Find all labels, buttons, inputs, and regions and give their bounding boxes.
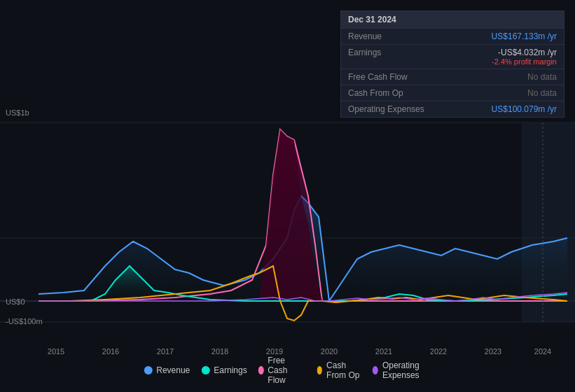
x-label-2020: 2020 <box>321 347 338 356</box>
legend-label-earnings: Earnings <box>214 365 247 375</box>
y-label-neg100m: -US$100m <box>6 317 43 326</box>
legend-label-revenue: Revenue <box>156 365 190 375</box>
tooltip-label-fcf: Free Cash Flow <box>348 72 425 82</box>
legend-label-fcf: Free Cash Flow <box>268 356 305 385</box>
tooltip-profit-margin: -2.4% profit margin <box>425 57 557 66</box>
tooltip-value-revenue: US$167.133m /yr <box>425 31 557 41</box>
x-label-2023: 2023 <box>485 347 501 356</box>
y-label-0: US$0 <box>6 298 25 306</box>
x-label-2024: 2024 <box>534 347 551 356</box>
chart-legend: Revenue Earnings Free Cash Flow Cash Fro… <box>144 356 431 385</box>
tooltip-value-cfo: No data <box>425 88 557 98</box>
x-label-2019: 2019 <box>266 347 283 356</box>
x-label-2015: 2015 <box>48 347 64 356</box>
tooltip-box: Dec 31 2024 Revenue US$167.133m /yr Earn… <box>340 10 564 118</box>
tooltip-label-revenue: Revenue <box>348 31 425 41</box>
tooltip-earnings-main: -US$4.032m /yr <box>498 48 557 57</box>
legend-revenue: Revenue <box>144 365 190 375</box>
tooltip-date: Dec 31 2024 <box>341 11 564 28</box>
legend-opex: Operating Expenses <box>373 360 431 380</box>
tooltip-value-earnings: -US$4.032m /yr -2.4% profit margin <box>425 48 557 66</box>
tooltip-row-opex: Operating Expenses US$100.079m /yr <box>341 101 564 117</box>
tooltip-row-fcf: Free Cash Flow No data <box>341 69 564 85</box>
legend-dot-cfo <box>317 366 322 374</box>
tooltip-label-cfo: Cash From Op <box>348 88 425 98</box>
tooltip-value-fcf: No data <box>425 72 557 82</box>
chart-container: US$1b US$0 -US$100m 2015 2016 2017 2018 … <box>0 0 575 392</box>
legend-dot-earnings <box>201 366 209 374</box>
legend-label-cfo: Cash From Op <box>326 360 361 380</box>
legend-earnings: Earnings <box>201 365 247 375</box>
x-label-2022: 2022 <box>430 347 447 356</box>
tooltip-row-cfo: Cash From Op No data <box>341 85 564 101</box>
x-label-2016: 2016 <box>102 347 119 356</box>
legend-fcf: Free Cash Flow <box>258 356 306 385</box>
legend-label-opex: Operating Expenses <box>382 360 431 380</box>
x-label-2021: 2021 <box>375 347 392 356</box>
tooltip-row-earnings: Earnings -US$4.032m /yr -2.4% profit mar… <box>341 44 564 69</box>
tooltip-row-revenue: Revenue US$167.133m /yr <box>341 28 564 44</box>
legend-dot-fcf <box>258 366 264 374</box>
tooltip-label-opex: Operating Expenses <box>348 104 425 114</box>
x-label-2018: 2018 <box>212 347 228 356</box>
legend-cfo: Cash From Op <box>317 360 361 380</box>
tooltip-value-opex: US$100.079m /yr <box>425 104 557 114</box>
tooltip-label-earnings: Earnings <box>348 48 425 57</box>
legend-dot-opex <box>373 366 378 374</box>
legend-dot-revenue <box>144 366 152 374</box>
y-label-1b: US$1b <box>6 108 29 117</box>
x-label-2017: 2017 <box>157 347 174 356</box>
